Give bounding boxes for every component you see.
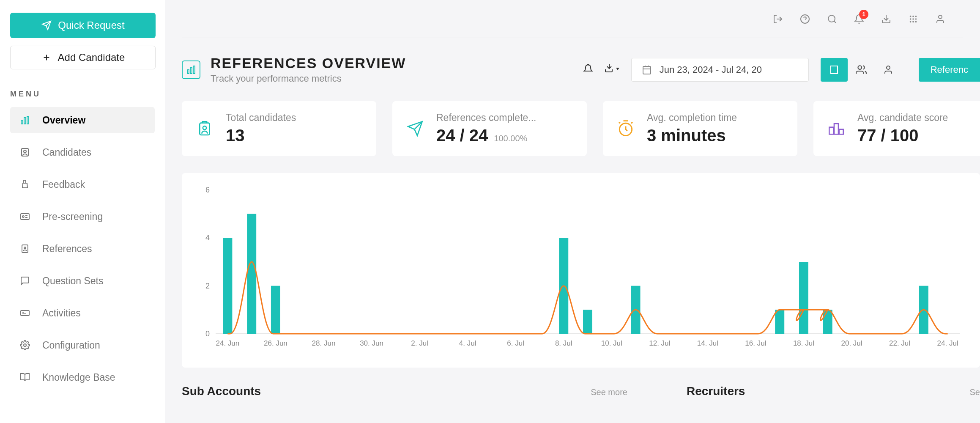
alert-bell-icon[interactable] [583,64,593,75]
svg-line-21 [834,21,836,22]
stat-card: Total candidates13 [182,101,376,156]
stat-value: 24 / 24100.00% [436,126,537,145]
svg-rect-33 [187,70,189,74]
svg-text:24. Jul: 24. Jul [937,339,958,347]
calendar-icon [642,65,652,75]
candidate-badge-icon [194,118,215,139]
svg-rect-3 [24,118,26,124]
overview-page-icon [182,60,200,79]
apps-grid-icon[interactable] [907,13,919,25]
sidebar-item-prescreening[interactable]: Pre-screening [10,203,155,230]
svg-text:6. Jul: 6. Jul [507,339,524,347]
svg-text:30. Jun: 30. Jun [360,339,383,347]
sub-accounts-heading: Sub Accounts [182,385,261,398]
date-range-picker[interactable]: Jun 23, 2024 - Jul 24, 20 [631,58,809,82]
sidebar-item-configuration[interactable]: Configuration [10,332,155,358]
sidebar-item-overview[interactable]: Overview [10,107,155,133]
sidebar-item-activities[interactable]: Activities [10,300,155,326]
export-dropdown-icon[interactable] [605,64,619,75]
sidebar-item-knowledgebase[interactable]: Knowledge Base [10,364,155,390]
activity-chart-svg: 024624. Jun26. Jun28. Jun30. Jun2. Jul4.… [194,186,964,355]
sidebar-nav: OverviewCandidatesFeedbackPre-screeningR… [10,107,155,390]
overview-icon [19,115,30,126]
svg-point-6 [24,150,26,153]
svg-text:10. Jul: 10. Jul [601,339,622,347]
svg-point-20 [828,15,835,22]
svg-point-29 [910,21,912,22]
stat-sub: 100.00% [494,134,527,143]
svg-point-31 [915,21,917,22]
sidebar-item-label: Pre-screening [42,211,103,222]
svg-point-51 [203,126,206,129]
sidebar-item-label: Configuration [42,340,100,351]
svg-marker-38 [616,68,619,70]
sidebar-item-feedback[interactable]: Feedback [10,171,155,198]
scope-user-button[interactable] [875,58,902,82]
quick-request-button[interactable]: Quick Request [10,13,156,38]
svg-rect-65 [583,310,592,334]
svg-rect-67 [775,310,784,334]
svg-text:26. Jun: 26. Jun [264,339,287,347]
svg-rect-61 [223,238,232,334]
svg-text:8. Jul: 8. Jul [555,339,572,347]
user-icon[interactable] [934,13,946,25]
download-icon[interactable] [880,13,892,25]
reference-cta-button[interactable]: Referenc [919,58,980,82]
feedback-icon [19,179,30,190]
svg-rect-35 [193,66,195,74]
sidebar: Quick Request Add Candidate MENU Overvie… [0,0,165,423]
svg-point-30 [912,21,914,22]
menu-section-label: MENU [10,90,155,99]
svg-text:4. Jul: 4. Jul [459,339,476,347]
add-candidate-button[interactable]: Add Candidate [10,46,156,69]
svg-rect-54 [829,127,833,135]
svg-point-36 [588,64,589,65]
sidebar-item-candidates[interactable]: Candidates [10,139,155,165]
recruiters-see-more[interactable]: Se [970,387,980,397]
stat-card: References complete...24 / 24100.00% [392,101,587,156]
bell-icon[interactable]: 1 [853,13,865,25]
svg-text:28. Jun: 28. Jun [312,339,336,347]
scope-company-button[interactable] [821,58,848,82]
references-icon [19,243,30,254]
stat-card: Avg. candidate score77 / 100 [813,101,980,156]
svg-text:16. Jul: 16. Jul [745,339,766,347]
sidebar-item-questionsets[interactable]: Question Sets [10,268,155,294]
scope-team-button[interactable] [848,58,875,82]
sub-sections-row: Sub Accounts See more Recruiters Se [182,385,980,398]
svg-rect-2 [21,120,23,124]
svg-rect-69 [823,310,832,334]
stat-value: 3 minutes [647,126,737,145]
svg-point-28 [915,18,917,20]
recruiters-heading: Recruiters [687,385,745,398]
scope-toggle [821,58,902,82]
add-candidate-label: Add Candidate [58,52,125,63]
date-range-text: Jun 23, 2024 - Jul 24, 20 [660,64,762,75]
svg-text:2: 2 [205,282,210,290]
configuration-icon [19,340,30,351]
svg-point-16 [24,344,26,346]
help-icon[interactable] [799,13,811,25]
sub-accounts-see-more[interactable]: See more [591,387,627,397]
sidebar-item-label: Feedback [42,179,85,190]
questionsets-icon [19,275,30,286]
svg-point-8 [22,216,24,217]
stat-label: Total candidates [226,112,296,124]
svg-point-23 [910,15,912,17]
svg-text:4: 4 [205,233,210,242]
reference-cta-label: Referenc [931,64,968,75]
stat-value: 13 [226,126,296,145]
prescreening-icon [19,211,30,222]
search-icon[interactable] [826,13,838,25]
paper-plane-icon [41,20,52,31]
sidebar-item-references[interactable]: References [10,236,155,262]
svg-point-32 [939,15,942,19]
svg-rect-50 [200,123,209,135]
exit-icon[interactable] [772,13,784,25]
activities-icon [19,308,30,319]
svg-rect-43 [831,66,838,74]
quick-request-label: Quick Request [58,19,124,31]
svg-point-25 [915,15,917,17]
svg-point-48 [858,66,862,69]
svg-text:14. Jul: 14. Jul [697,339,718,347]
